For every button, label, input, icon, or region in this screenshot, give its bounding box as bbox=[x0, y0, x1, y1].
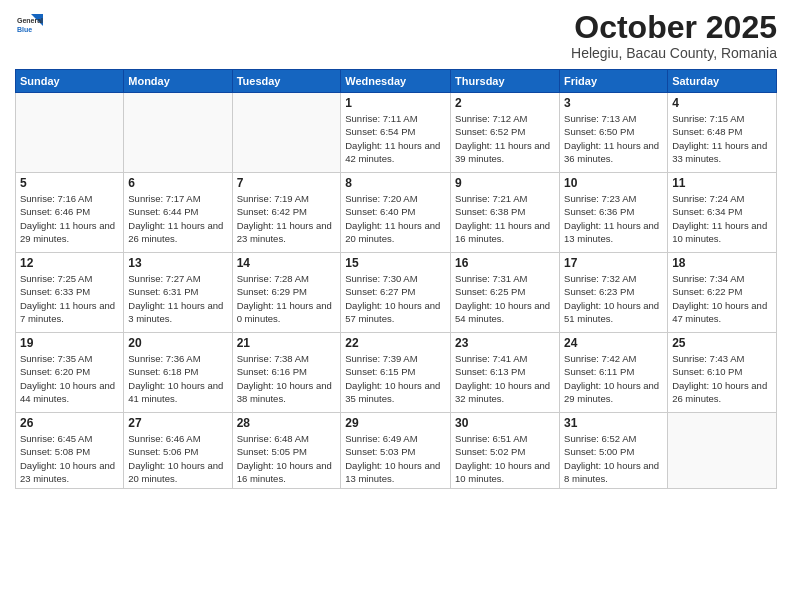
day-info: Sunrise: 6:46 AM Sunset: 5:06 PM Dayligh… bbox=[128, 432, 227, 485]
day-number: 28 bbox=[237, 416, 337, 430]
table-row: 25Sunrise: 7:43 AM Sunset: 6:10 PM Dayli… bbox=[668, 333, 777, 413]
table-row: 15Sunrise: 7:30 AM Sunset: 6:27 PM Dayli… bbox=[341, 253, 451, 333]
day-number: 18 bbox=[672, 256, 772, 270]
table-row: 19Sunrise: 7:35 AM Sunset: 6:20 PM Dayli… bbox=[16, 333, 124, 413]
table-row bbox=[16, 93, 124, 173]
table-row: 10Sunrise: 7:23 AM Sunset: 6:36 PM Dayli… bbox=[560, 173, 668, 253]
svg-text:Blue: Blue bbox=[17, 26, 32, 33]
day-info: Sunrise: 7:12 AM Sunset: 6:52 PM Dayligh… bbox=[455, 112, 555, 165]
day-info: Sunrise: 7:31 AM Sunset: 6:25 PM Dayligh… bbox=[455, 272, 555, 325]
day-info: Sunrise: 6:49 AM Sunset: 5:03 PM Dayligh… bbox=[345, 432, 446, 485]
day-number: 30 bbox=[455, 416, 555, 430]
day-info: Sunrise: 7:20 AM Sunset: 6:40 PM Dayligh… bbox=[345, 192, 446, 245]
day-info: Sunrise: 7:27 AM Sunset: 6:31 PM Dayligh… bbox=[128, 272, 227, 325]
page: General Blue October 2025 Helegiu, Bacau… bbox=[0, 0, 792, 612]
day-number: 17 bbox=[564, 256, 663, 270]
day-number: 6 bbox=[128, 176, 227, 190]
logo-icon: General Blue bbox=[15, 10, 43, 38]
day-info: Sunrise: 7:15 AM Sunset: 6:48 PM Dayligh… bbox=[672, 112, 772, 165]
col-saturday: Saturday bbox=[668, 70, 777, 93]
day-number: 24 bbox=[564, 336, 663, 350]
calendar-header-row: Sunday Monday Tuesday Wednesday Thursday… bbox=[16, 70, 777, 93]
day-info: Sunrise: 7:24 AM Sunset: 6:34 PM Dayligh… bbox=[672, 192, 772, 245]
table-row: 18Sunrise: 7:34 AM Sunset: 6:22 PM Dayli… bbox=[668, 253, 777, 333]
table-row: 31Sunrise: 6:52 AM Sunset: 5:00 PM Dayli… bbox=[560, 413, 668, 489]
table-row: 2Sunrise: 7:12 AM Sunset: 6:52 PM Daylig… bbox=[451, 93, 560, 173]
col-sunday: Sunday bbox=[16, 70, 124, 93]
day-number: 27 bbox=[128, 416, 227, 430]
day-info: Sunrise: 7:41 AM Sunset: 6:13 PM Dayligh… bbox=[455, 352, 555, 405]
day-info: Sunrise: 7:25 AM Sunset: 6:33 PM Dayligh… bbox=[20, 272, 119, 325]
day-info: Sunrise: 6:52 AM Sunset: 5:00 PM Dayligh… bbox=[564, 432, 663, 485]
table-row: 12Sunrise: 7:25 AM Sunset: 6:33 PM Dayli… bbox=[16, 253, 124, 333]
day-info: Sunrise: 7:38 AM Sunset: 6:16 PM Dayligh… bbox=[237, 352, 337, 405]
day-info: Sunrise: 7:17 AM Sunset: 6:44 PM Dayligh… bbox=[128, 192, 227, 245]
day-info: Sunrise: 7:28 AM Sunset: 6:29 PM Dayligh… bbox=[237, 272, 337, 325]
day-info: Sunrise: 6:45 AM Sunset: 5:08 PM Dayligh… bbox=[20, 432, 119, 485]
day-number: 8 bbox=[345, 176, 446, 190]
table-row: 7Sunrise: 7:19 AM Sunset: 6:42 PM Daylig… bbox=[232, 173, 341, 253]
day-info: Sunrise: 7:23 AM Sunset: 6:36 PM Dayligh… bbox=[564, 192, 663, 245]
table-row: 24Sunrise: 7:42 AM Sunset: 6:11 PM Dayli… bbox=[560, 333, 668, 413]
svg-text:General: General bbox=[17, 17, 43, 24]
day-number: 13 bbox=[128, 256, 227, 270]
table-row: 23Sunrise: 7:41 AM Sunset: 6:13 PM Dayli… bbox=[451, 333, 560, 413]
day-info: Sunrise: 6:48 AM Sunset: 5:05 PM Dayligh… bbox=[237, 432, 337, 485]
day-number: 31 bbox=[564, 416, 663, 430]
day-number: 19 bbox=[20, 336, 119, 350]
table-row: 1Sunrise: 7:11 AM Sunset: 6:54 PM Daylig… bbox=[341, 93, 451, 173]
title-section: October 2025 Helegiu, Bacau County, Roma… bbox=[571, 10, 777, 61]
table-row bbox=[668, 413, 777, 489]
day-info: Sunrise: 7:42 AM Sunset: 6:11 PM Dayligh… bbox=[564, 352, 663, 405]
col-monday: Monday bbox=[124, 70, 232, 93]
table-row: 30Sunrise: 6:51 AM Sunset: 5:02 PM Dayli… bbox=[451, 413, 560, 489]
day-number: 5 bbox=[20, 176, 119, 190]
col-wednesday: Wednesday bbox=[341, 70, 451, 93]
day-info: Sunrise: 7:32 AM Sunset: 6:23 PM Dayligh… bbox=[564, 272, 663, 325]
header: General Blue October 2025 Helegiu, Bacau… bbox=[15, 10, 777, 61]
month-title: October 2025 bbox=[571, 10, 777, 45]
table-row: 20Sunrise: 7:36 AM Sunset: 6:18 PM Dayli… bbox=[124, 333, 232, 413]
day-info: Sunrise: 7:35 AM Sunset: 6:20 PM Dayligh… bbox=[20, 352, 119, 405]
table-row: 17Sunrise: 7:32 AM Sunset: 6:23 PM Dayli… bbox=[560, 253, 668, 333]
location: Helegiu, Bacau County, Romania bbox=[571, 45, 777, 61]
col-friday: Friday bbox=[560, 70, 668, 93]
table-row: 5Sunrise: 7:16 AM Sunset: 6:46 PM Daylig… bbox=[16, 173, 124, 253]
table-row: 4Sunrise: 7:15 AM Sunset: 6:48 PM Daylig… bbox=[668, 93, 777, 173]
day-info: Sunrise: 7:11 AM Sunset: 6:54 PM Dayligh… bbox=[345, 112, 446, 165]
table-row: 28Sunrise: 6:48 AM Sunset: 5:05 PM Dayli… bbox=[232, 413, 341, 489]
col-thursday: Thursday bbox=[451, 70, 560, 93]
logo: General Blue bbox=[15, 10, 47, 38]
day-info: Sunrise: 7:34 AM Sunset: 6:22 PM Dayligh… bbox=[672, 272, 772, 325]
table-row: 27Sunrise: 6:46 AM Sunset: 5:06 PM Dayli… bbox=[124, 413, 232, 489]
table-row: 16Sunrise: 7:31 AM Sunset: 6:25 PM Dayli… bbox=[451, 253, 560, 333]
day-number: 21 bbox=[237, 336, 337, 350]
col-tuesday: Tuesday bbox=[232, 70, 341, 93]
table-row: 21Sunrise: 7:38 AM Sunset: 6:16 PM Dayli… bbox=[232, 333, 341, 413]
day-number: 23 bbox=[455, 336, 555, 350]
table-row: 13Sunrise: 7:27 AM Sunset: 6:31 PM Dayli… bbox=[124, 253, 232, 333]
day-info: Sunrise: 7:13 AM Sunset: 6:50 PM Dayligh… bbox=[564, 112, 663, 165]
day-number: 1 bbox=[345, 96, 446, 110]
table-row: 29Sunrise: 6:49 AM Sunset: 5:03 PM Dayli… bbox=[341, 413, 451, 489]
table-row: 22Sunrise: 7:39 AM Sunset: 6:15 PM Dayli… bbox=[341, 333, 451, 413]
table-row: 6Sunrise: 7:17 AM Sunset: 6:44 PM Daylig… bbox=[124, 173, 232, 253]
day-info: Sunrise: 7:30 AM Sunset: 6:27 PM Dayligh… bbox=[345, 272, 446, 325]
day-info: Sunrise: 7:19 AM Sunset: 6:42 PM Dayligh… bbox=[237, 192, 337, 245]
day-info: Sunrise: 7:36 AM Sunset: 6:18 PM Dayligh… bbox=[128, 352, 227, 405]
table-row: 8Sunrise: 7:20 AM Sunset: 6:40 PM Daylig… bbox=[341, 173, 451, 253]
day-number: 16 bbox=[455, 256, 555, 270]
table-row bbox=[232, 93, 341, 173]
day-number: 15 bbox=[345, 256, 446, 270]
day-number: 9 bbox=[455, 176, 555, 190]
day-number: 11 bbox=[672, 176, 772, 190]
table-row: 14Sunrise: 7:28 AM Sunset: 6:29 PM Dayli… bbox=[232, 253, 341, 333]
day-number: 22 bbox=[345, 336, 446, 350]
day-number: 4 bbox=[672, 96, 772, 110]
day-number: 7 bbox=[237, 176, 337, 190]
table-row: 3Sunrise: 7:13 AM Sunset: 6:50 PM Daylig… bbox=[560, 93, 668, 173]
day-info: Sunrise: 7:21 AM Sunset: 6:38 PM Dayligh… bbox=[455, 192, 555, 245]
table-row: 11Sunrise: 7:24 AM Sunset: 6:34 PM Dayli… bbox=[668, 173, 777, 253]
calendar: Sunday Monday Tuesday Wednesday Thursday… bbox=[15, 69, 777, 489]
day-number: 29 bbox=[345, 416, 446, 430]
